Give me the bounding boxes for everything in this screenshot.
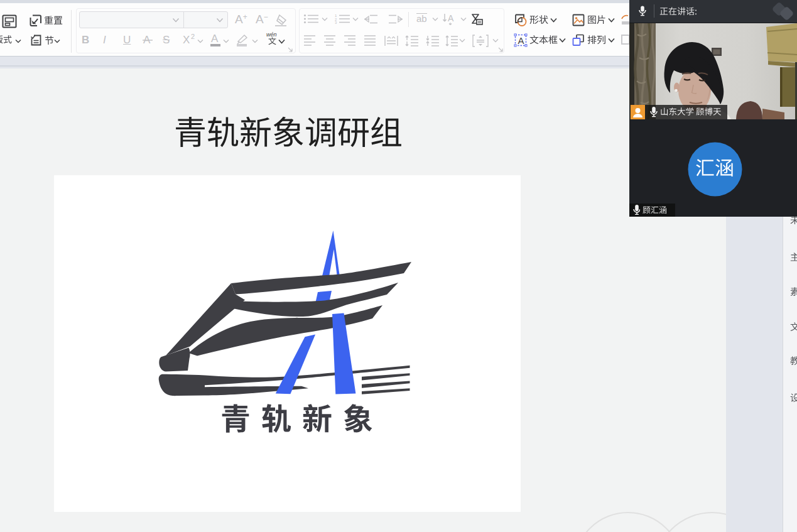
svg-text:3: 3 bbox=[335, 21, 337, 24]
svg-text:A: A bbox=[518, 35, 524, 46]
svg-text:A: A bbox=[448, 13, 454, 23]
